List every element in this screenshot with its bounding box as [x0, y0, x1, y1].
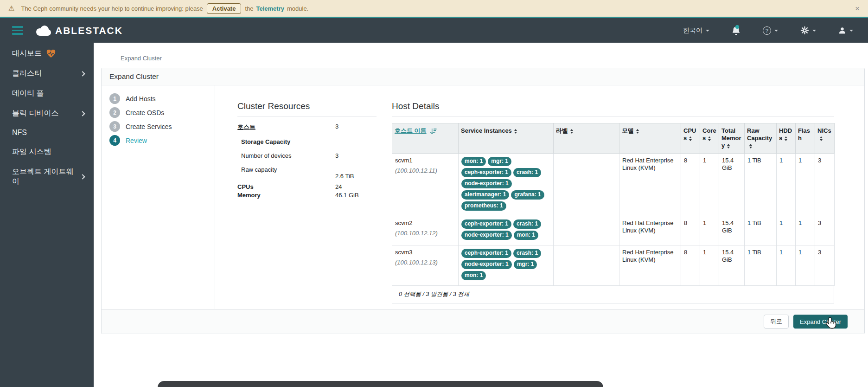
total-memory-cell: 15.4 GiB	[719, 245, 745, 286]
host-ip: (100.100.12.11)	[395, 167, 455, 174]
service-instances-cell: mon: 1mgr: 1ceph-exporter: 1crash: 1node…	[459, 154, 554, 216]
host-table-header-row: 호스트 이름Service Instances라벨모델CPUsCoresTota…	[392, 123, 835, 154]
column-header-0[interactable]: 호스트 이름	[392, 123, 459, 154]
telemetry-link[interactable]: Telemetry	[256, 5, 284, 12]
resource-value: 2.6 TiB	[335, 173, 354, 180]
labels-cell	[554, 154, 619, 216]
cpus-cell: 8	[681, 245, 700, 286]
step-label: Add Hosts	[126, 95, 156, 103]
host-name-cell: scvm1(100.100.12.11)	[392, 154, 459, 216]
column-header-2[interactable]: 라벨	[554, 123, 619, 154]
column-header-1[interactable]: Service Instances	[459, 123, 554, 154]
service-instances-cell: ceph-exporter: 1crash: 1node-exporter: 1…	[459, 245, 554, 286]
help-dropdown[interactable]: ?	[763, 26, 778, 35]
chevron-right-icon	[80, 111, 85, 116]
language-label: 한국어	[683, 26, 702, 35]
service-badge: mgr: 1	[488, 157, 511, 166]
sort-arrows-icon	[749, 144, 752, 148]
sidebar-item-cluster[interactable]: 클러스터	[0, 64, 94, 84]
telemetry-banner: ⚠ The Ceph community needs your help to …	[0, 0, 868, 17]
wizard-step-add-hosts[interactable]: 1Add Hosts	[109, 93, 215, 104]
service-badge: crash: 1	[513, 249, 541, 258]
sort-amount-icon	[430, 128, 437, 135]
model-cell: Red Hat Enterprise Linux (KVM)	[619, 245, 681, 286]
cpus-cell: 8	[681, 154, 700, 216]
column-label: Raw Capacity	[747, 127, 772, 142]
sidebar-item-label: 대시보드	[12, 49, 42, 58]
host-details-section: Host Details 호스트 이름Service Instances라벨모델…	[392, 101, 834, 303]
banner-close-icon[interactable]: ×	[855, 5, 860, 13]
wizard-step-review[interactable]: 4Review	[109, 135, 215, 146]
sidebar-item-block-device[interactable]: 블럭 디바이스	[0, 103, 94, 123]
host-details-title: Host Details	[392, 101, 834, 116]
column-header-8[interactable]: HDDs	[777, 123, 796, 154]
step-number: 1	[109, 93, 120, 104]
sidebar-item-label: 클러스터	[12, 69, 42, 78]
host-row-scvm3[interactable]: scvm3(100.100.12.13)ceph-exporter: 1cras…	[392, 245, 835, 286]
labels-cell	[554, 216, 619, 245]
sort-arrows-icon	[785, 136, 787, 141]
model-cell: Red Hat Enterprise Linux (KVM)	[619, 216, 681, 245]
wizard-step-create-services[interactable]: 3Create Services	[109, 121, 215, 132]
service-badge: crash: 1	[513, 219, 541, 229]
column-label: 라벨	[556, 127, 568, 134]
flash-cell: 1	[796, 216, 815, 245]
nics-cell: 3	[815, 245, 835, 286]
language-dropdown[interactable]: 한국어	[683, 26, 709, 35]
expand-cluster-button[interactable]: Expand Cluster	[793, 315, 848, 329]
column-header-4[interactable]: CPUs	[681, 123, 700, 154]
heartbeat-icon	[46, 50, 56, 58]
chevron-down-icon	[812, 30, 816, 32]
wizard-step-create-osds[interactable]: 2Create OSDs	[109, 107, 215, 118]
back-button[interactable]: 뒤로	[764, 315, 789, 329]
step-number: 3	[109, 121, 120, 132]
total-memory-cell: 15.4 GiB	[719, 216, 745, 245]
total-memory-cell: 15.4 GiB	[719, 154, 745, 216]
service-badge: mgr: 1	[514, 260, 537, 269]
cores-cell: 1	[700, 245, 719, 286]
cluster-resources-section: Cluster Resources 호스트3Storage CapacityNu…	[237, 101, 377, 200]
sidebar-item-data-pool[interactable]: 데이터 풀	[0, 84, 94, 103]
hamburger-menu-icon[interactable]	[12, 26, 23, 35]
step-label: Review	[126, 137, 147, 144]
host-row-scvm2[interactable]: scvm2(100.100.12.12)ceph-exporter: 1cras…	[392, 216, 835, 245]
host-row-scvm1[interactable]: scvm1(100.100.12.11)mon: 1mgr: 1ceph-exp…	[392, 154, 835, 216]
cpus-cell: 8	[681, 216, 700, 245]
column-header-9[interactable]: Flash	[796, 123, 815, 154]
column-header-3[interactable]: 모델	[619, 123, 681, 154]
service-instances-cell: ceph-exporter: 1crash: 1node-exporter: 1…	[459, 216, 554, 245]
service-badge: node-exporter: 1	[461, 231, 512, 240]
raw-capacity-cell: 1 TiB	[745, 154, 777, 216]
host-details-table: 호스트 이름Service Instances라벨모델CPUsCoresTota…	[392, 123, 835, 286]
sidebar-item-object-gateway[interactable]: 오브젝트 게이트웨이	[0, 162, 94, 192]
raw-capacity-cell: 1 TiB	[745, 216, 777, 245]
host-table-body: scvm1(100.100.12.11)mon: 1mgr: 1ceph-exp…	[392, 154, 835, 286]
host-name: scvm1	[395, 157, 455, 164]
chevron-down-icon	[849, 30, 853, 32]
resource-row: Number of devices3	[237, 152, 377, 159]
column-header-6[interactable]: Total Memory	[719, 123, 745, 154]
column-header-7[interactable]: Raw Capacity	[745, 123, 777, 154]
table-selection-summary: 0 선택됨 / 3 발견됨 / 3 전체	[392, 286, 834, 303]
column-header-10[interactable]: NICs	[815, 123, 835, 154]
resource-value: 46.1 GiB	[335, 192, 359, 199]
user-dropdown[interactable]	[838, 26, 853, 34]
hdds-cell: 1	[777, 216, 796, 245]
resource-value: 3	[335, 152, 338, 159]
banner-text-after: module.	[287, 5, 308, 12]
host-name: scvm3	[395, 249, 455, 256]
service-badge: ceph-exporter: 1	[461, 168, 511, 177]
cluster-resources-title: Cluster Resources	[237, 101, 377, 116]
notifications-button[interactable]	[732, 26, 740, 35]
settings-dropdown[interactable]	[800, 26, 816, 35]
resource-value: 3	[335, 123, 338, 131]
column-header-5[interactable]: Cores	[700, 123, 719, 154]
sidebar-item-dashboard[interactable]: 대시보드	[0, 44, 94, 64]
question-circle-icon: ?	[763, 26, 771, 35]
sidebar-item-label: 오브젝트 게이트웨이	[12, 167, 81, 187]
step-number: 4	[109, 135, 120, 146]
gear-icon	[800, 26, 809, 35]
activate-button[interactable]: Activate	[207, 3, 242, 14]
sidebar-item-file-system[interactable]: 파일 시스템	[0, 142, 94, 162]
sidebar-item-nfs[interactable]: NFS	[0, 123, 94, 142]
